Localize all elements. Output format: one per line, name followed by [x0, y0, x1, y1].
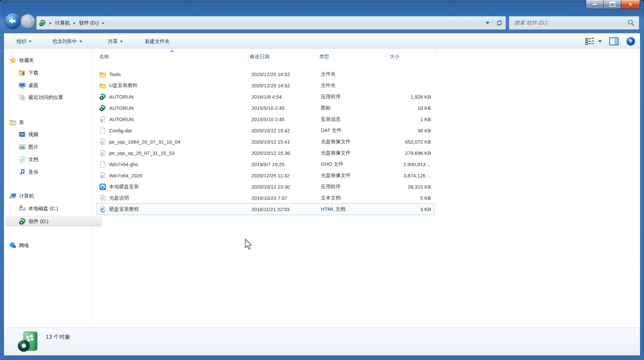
views-dropdown-icon[interactable] — [598, 40, 602, 44]
file-row-2[interactable]: U盘安装教程 2020/12/25 14:52 文件夹 — [97, 80, 434, 91]
column-separator[interactable] — [317, 49, 317, 62]
breadcrumb-separator-icon[interactable]: ▸ — [100, 21, 107, 25]
column-header-name[interactable]: 名称 — [99, 54, 109, 60]
file-date: 2016/1/8 4:54 — [251, 91, 282, 102]
app-blue-icon — [99, 183, 106, 190]
sidebar-item-11[interactable]: 本地磁盘 (C:) — [19, 204, 89, 213]
sidebar-item-10[interactable]: 计算机 — [9, 191, 89, 201]
sidebar-item-13[interactable]: 网络 — [9, 241, 89, 250]
search-icon[interactable] — [627, 19, 635, 27]
toolbar-button-label: 包含到库中 — [52, 38, 77, 45]
column-separator[interactable] — [386, 49, 387, 62]
file-size: 1,926 KB — [368, 91, 431, 102]
file-type: 文件夹 — [321, 68, 336, 80]
disc-image-icon — [99, 138, 106, 145]
dropdown-caret-icon — [29, 41, 31, 44]
sidebar-item-label: 视频 — [28, 131, 38, 138]
file-size: 652,072 KB — [368, 136, 431, 147]
file-row-11[interactable]: 本地硬盘安装 2020/10/12 15:30 应用程序 28,315 KB — [97, 181, 434, 192]
file-row-6[interactable]: Config.dat 2020/10/12 15:42 DAT 文件 36 KB — [97, 125, 434, 136]
column-header-size[interactable]: 大小 — [390, 54, 400, 60]
folder-icon — [99, 71, 106, 78]
toolbar-button-4[interactable]: 新建文件夹 — [142, 33, 172, 49]
file-size: 2,900,813 ... — [368, 158, 431, 170]
column-header-type[interactable]: 类型 — [319, 54, 329, 60]
back-button[interactable] — [5, 13, 21, 29]
help-button[interactable]: ? — [626, 37, 635, 46]
divider — [493, 18, 493, 28]
sidebar-item-3[interactable]: 桌面 — [19, 81, 89, 90]
column-separator[interactable] — [435, 49, 436, 62]
views-icon — [585, 37, 595, 46]
file-size: 279,696 KB — [368, 147, 431, 158]
sidebar-item-label: 软件 (D:) — [29, 218, 48, 225]
details-pane: 13 个对象 — [4, 328, 640, 355]
file-type: 光盘映像文件 — [321, 147, 351, 158]
svg-text:?: ? — [629, 39, 632, 44]
address-bar-controls — [484, 16, 504, 29]
file-row-3[interactable]: AUTORUN 2016/1/8 4:54 应用程序 1,926 KB — [97, 91, 434, 102]
search-input[interactable] — [514, 20, 627, 26]
file-type: GHO 文件 — [321, 158, 343, 170]
close-button[interactable]: ✕ — [621, 0, 640, 9]
dropdown-caret-icon — [79, 41, 82, 44]
recent-pages-chevron-icon[interactable] — [31, 19, 35, 23]
file-type: HTML 文档 — [321, 203, 345, 215]
sidebar-item-7[interactable]: 图片 — [19, 142, 89, 152]
file-row-4[interactable]: AUTORUN 2015/5/10 2:45 图标 10 KB — [97, 102, 434, 113]
column-separator[interactable] — [248, 49, 249, 62]
file-row-13[interactable]: 硬盘安装教程 2016/11/21 22:03 HTML 文档 3 KB — [97, 203, 434, 215]
sidebar-item-1[interactable]: 收藏夹 — [9, 56, 89, 65]
file-size: 3,874,126 ... — [368, 170, 431, 181]
computer-icon — [9, 192, 17, 200]
toolbar-button-1[interactable]: 组织 — [14, 33, 34, 49]
column-header-date[interactable]: 修改日期 — [250, 54, 270, 60]
file-type: 应用程序 — [321, 181, 341, 192]
document-icon — [19, 156, 26, 163]
sidebar-item-5[interactable]: 库 — [9, 118, 89, 127]
breadcrumb-item[interactable]: 软件 (D:) — [79, 20, 99, 26]
command-bar: 组织包含到库中共享新建文件夹 — [4, 33, 640, 50]
address-bar[interactable]: ▸计算机▸软件 (D:)▸ — [36, 16, 506, 30]
file-size: 10 KB — [368, 102, 431, 113]
address-dropdown-icon[interactable] — [486, 22, 490, 26]
file-row-9[interactable]: Win7x64.gho 2019/9/7 19:25 GHO 文件 2,900,… — [97, 158, 434, 170]
sidebar-item-12[interactable]: 软件 (D:) — [6, 216, 102, 226]
file-date: 2020/10/12 15:41 — [251, 136, 290, 147]
maximize-icon — [610, 2, 615, 7]
file-date: 2019/9/7 19:25 — [251, 158, 284, 170]
file-row-7[interactable]: pe_yqs_1064_20_07_31_16_04 2020/10/12 15… — [97, 136, 434, 147]
file-row-5[interactable]: AUTORUN 2015/5/10 2:45 安装信息 1 KB — [97, 113, 434, 125]
sidebar-item-8[interactable]: 文档 — [19, 155, 89, 164]
sidebar-item-6[interactable]: 视频 — [19, 130, 89, 139]
file-date: 2015/5/10 2:45 — [251, 102, 284, 113]
toolbar-button-2[interactable]: 包含到库中 — [50, 33, 85, 49]
file-row-8[interactable]: pe_yqs_xp_20_07_31_15_53 2020/10/12 15:3… — [97, 147, 434, 158]
refresh-button[interactable] — [495, 19, 504, 27]
sidebar-item-label: 网络 — [19, 243, 29, 249]
sidebar-item-9[interactable]: 音乐 — [19, 167, 89, 177]
file-row-10[interactable]: Win7x64_2020 2020/12/25 11:32 光盘映像文件 3,8… — [97, 170, 434, 181]
file-row-1[interactable]: Tools 2020/12/25 14:52 文件夹 — [97, 68, 434, 80]
toolbar-button-3[interactable]: 共享 — [105, 33, 125, 49]
breadcrumb-item[interactable]: 计算机 — [55, 20, 70, 26]
views-button[interactable] — [585, 37, 595, 46]
minimize-button[interactable] — [586, 0, 604, 9]
breadcrumb-separator-icon: ▸ — [71, 21, 78, 25]
file-date: 2020/12/25 14:52 — [251, 80, 290, 91]
file-name: U盘安装教程 — [109, 82, 138, 89]
file-row-12[interactable]: 光盘说明 2016/10/23 7:07 文本文档 5 KB — [97, 192, 434, 203]
file-name: pe_yqs_1064_20_07_31_16_04 — [109, 139, 180, 145]
sidebar-item-4[interactable]: 最近访问的位置 — [19, 93, 89, 102]
dropdown-caret-icon — [120, 41, 123, 44]
maximize-button[interactable] — [603, 0, 621, 9]
content-area: 收藏夹 下载 桌面 最近访问的位置 库 视频 图片 文档 音乐 计算机 本地磁盘… — [4, 49, 640, 328]
file-name: Win7x64.gho — [109, 161, 138, 167]
file-size — [368, 80, 431, 91]
preview-pane-button[interactable] — [609, 37, 619, 46]
sidebar-item-2[interactable]: 下载 — [19, 68, 89, 77]
back-arrow-tail — [12, 20, 16, 22]
file-type: DAT 文件 — [321, 125, 342, 136]
file-date: 2020/10/12 15:36 — [251, 147, 290, 158]
screen: ✕ ▸计算机▸软件 (D:)▸ — [0, 0, 644, 360]
